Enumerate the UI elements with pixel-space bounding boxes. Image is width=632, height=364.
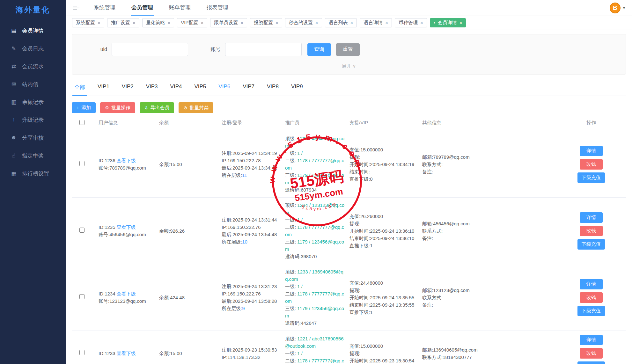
tag-close-icon[interactable]: × xyxy=(168,20,171,25)
tab-system-management[interactable]: 系统管理 xyxy=(93,0,116,16)
member-detail-icon: ▤ xyxy=(10,27,17,34)
user-id: ID:1235 xyxy=(99,224,115,230)
batch-ban-button[interactable]: ⊘批量封禁 xyxy=(179,102,213,113)
tag-quant-strategy[interactable]: 量化策略× xyxy=(142,18,174,27)
app-root: 海外量化 ▤ 会员详情 ✎ 会员日志 ⇄ 会员流水 ✉ 站内信 ▥ 余额记录 xyxy=(0,0,632,364)
vip-tab-all[interactable]: 全部 xyxy=(72,79,87,96)
tag-close-icon[interactable]: × xyxy=(276,20,278,25)
remark: 备注: xyxy=(422,235,561,242)
detail-button[interactable]: 详情 xyxy=(580,279,603,289)
row-checkbox[interactable] xyxy=(79,161,85,166)
uid-input[interactable] xyxy=(112,43,188,56)
subordinate-recharge-button[interactable]: 下级充值 xyxy=(577,361,605,364)
sidebar-item-balance-record[interactable]: ▥ 余额记录 xyxy=(0,93,66,111)
vip-tab-6[interactable]: VIP6 xyxy=(217,79,232,96)
user-account: 账号:789789@qq.com xyxy=(99,164,156,171)
view-subordinates-link[interactable]: 查看下级 xyxy=(117,351,136,356)
view-subordinates-link[interactable]: 查看下级 xyxy=(117,158,136,163)
tag-close-icon[interactable]: × xyxy=(350,20,353,25)
sidebar-item-designated-win[interactable]: ☝ 指定中奖 xyxy=(0,147,66,164)
sidebar-item-member-detail[interactable]: ▤ 会员详情 xyxy=(0,22,66,40)
recharge-amount: 充值:15.000000 xyxy=(349,342,419,350)
row-checkbox[interactable] xyxy=(79,228,85,233)
add-button[interactable]: +添加 xyxy=(72,102,96,113)
tag-vip-config[interactable]: VIP配置× xyxy=(177,18,207,27)
tag-language-detail[interactable]: 语言详情× xyxy=(360,18,392,27)
export-members-button[interactable]: ⇩导出会员 xyxy=(140,102,174,113)
account-input[interactable] xyxy=(225,43,302,56)
row-checkbox[interactable] xyxy=(79,294,85,299)
tag-system-config[interactable]: 系统配置× xyxy=(72,18,104,27)
detail-button[interactable]: 详情 xyxy=(580,335,603,345)
vip-tab-5[interactable]: VIP5 xyxy=(192,79,208,96)
vip-tab-3[interactable]: VIP3 xyxy=(144,79,160,96)
query-button[interactable]: 查询 xyxy=(307,43,331,56)
tag-second-contract-setting[interactable]: 秒合约设置× xyxy=(285,18,322,27)
tag-close-icon[interactable]: × xyxy=(385,20,388,25)
sidebar-item-member-log[interactable]: ✎ 会员日志 xyxy=(0,40,66,57)
row-checkbox[interactable] xyxy=(79,350,85,355)
col-operations: 操作 xyxy=(564,120,618,126)
tag-currency-management[interactable]: 币种管理× xyxy=(395,18,427,27)
sidebar-item-ranking-setting[interactable]: ▦ 排行榜设置 xyxy=(0,164,66,182)
tag-close-icon[interactable]: × xyxy=(98,20,100,25)
sidebar-item-upgrade-record[interactable]: ↑ 升级记录 xyxy=(0,111,66,129)
vip-tab-8[interactable]: VIP8 xyxy=(265,79,281,96)
uid-label: uid xyxy=(94,47,107,52)
promoter-l1-link[interactable]: 1 / xyxy=(297,284,303,289)
withdraw-amount: 提现: xyxy=(349,287,419,294)
view-subordinates-link[interactable]: 查看下级 xyxy=(117,291,136,296)
tag-close-icon[interactable]: × xyxy=(459,20,462,25)
reset-button[interactable]: 重置 xyxy=(336,43,360,56)
withdraw-amount: 提现: xyxy=(349,350,419,357)
select-all-checkbox[interactable] xyxy=(79,120,85,125)
subordinate-recharge-button[interactable]: 下级充值 xyxy=(577,172,605,183)
menu-toggle-icon[interactable] xyxy=(73,5,80,11)
sidebar-item-site-message[interactable]: ✉ 站内信 xyxy=(0,75,66,93)
tag-promotion-setting[interactable]: 推广设置× xyxy=(107,18,139,27)
sidebar-item-member-flow[interactable]: ⇄ 会员流水 xyxy=(0,57,66,75)
operations-cell: 详情 改钱 下级充值 xyxy=(564,335,618,364)
detail-button[interactable]: 详情 xyxy=(580,212,603,223)
active-dot-icon: ● xyxy=(434,22,435,24)
table-row: ID:1234 查看下级 账号:123123@qq.com 余额:424.48 … xyxy=(72,264,626,331)
tag-language-list[interactable]: 语言列表× xyxy=(325,18,357,27)
tab-bill-management[interactable]: 账单管理 xyxy=(168,0,191,16)
tag-close-icon[interactable]: × xyxy=(201,20,203,25)
tag-follow-trader-setting[interactable]: 跟单员设置× xyxy=(210,18,247,27)
recharge-cell: 充值:15.000000 提现: 开始时间:2025-09-24 13:34:1… xyxy=(349,146,422,183)
chevron-down-icon[interactable]: ▾ xyxy=(623,6,625,10)
tag-close-icon[interactable]: × xyxy=(240,20,243,25)
vip-tab-1[interactable]: VIP1 xyxy=(96,79,111,96)
subordinate-recharge-button[interactable]: 下级充值 xyxy=(577,306,605,316)
view-subordinates-link[interactable]: 查看下级 xyxy=(117,224,136,230)
promoter-l1-link[interactable]: 1 / xyxy=(297,150,303,156)
bitcoin-avatar-icon[interactable]: B xyxy=(610,3,621,13)
vip-tab-9[interactable]: VIP9 xyxy=(289,79,305,96)
change-money-button[interactable]: 改钱 xyxy=(580,292,603,303)
tag-member-detail[interactable]: ●会员详情× xyxy=(430,18,466,27)
tag-close-icon[interactable]: × xyxy=(420,20,423,25)
subordinate-recharge-button[interactable]: 下级充值 xyxy=(577,239,605,250)
tag-invest-config[interactable]: 投资配置× xyxy=(250,18,282,27)
detail-button[interactable]: 详情 xyxy=(580,146,603,156)
change-money-button[interactable]: 改钱 xyxy=(580,348,603,359)
invite-code: 邀请码:442647 xyxy=(285,319,346,327)
vip-tab-4[interactable]: VIP4 xyxy=(168,79,184,96)
invite-code: 邀请码:607934 xyxy=(285,186,346,193)
tag-close-icon[interactable]: × xyxy=(315,20,318,25)
tab-report-management[interactable]: 报表管理 xyxy=(206,0,229,16)
table-row: ID:1236 查看下级 账号:789789@qq.com 余额:15.00 注… xyxy=(72,131,626,198)
change-money-button[interactable]: 改钱 xyxy=(580,159,603,170)
col-user-info: 用户信息 xyxy=(99,120,159,126)
vip-tab-7[interactable]: VIP7 xyxy=(241,79,256,96)
promoter-l1-link[interactable]: 1 / xyxy=(297,217,303,222)
change-money-button[interactable]: 改钱 xyxy=(580,226,603,236)
sidebar-item-share-review[interactable]: ☻ 分享审核 xyxy=(0,129,66,147)
batch-operation-button[interactable]: ⚙批量操作 xyxy=(100,102,135,113)
tag-close-icon[interactable]: × xyxy=(133,20,136,25)
promoter-l1-link[interactable]: 1 / xyxy=(297,351,303,356)
tab-member-management[interactable]: 会员管理 xyxy=(131,0,154,16)
vip-tab-2[interactable]: VIP2 xyxy=(120,79,136,96)
expand-toggle[interactable]: 展开 ∨ xyxy=(72,63,626,69)
